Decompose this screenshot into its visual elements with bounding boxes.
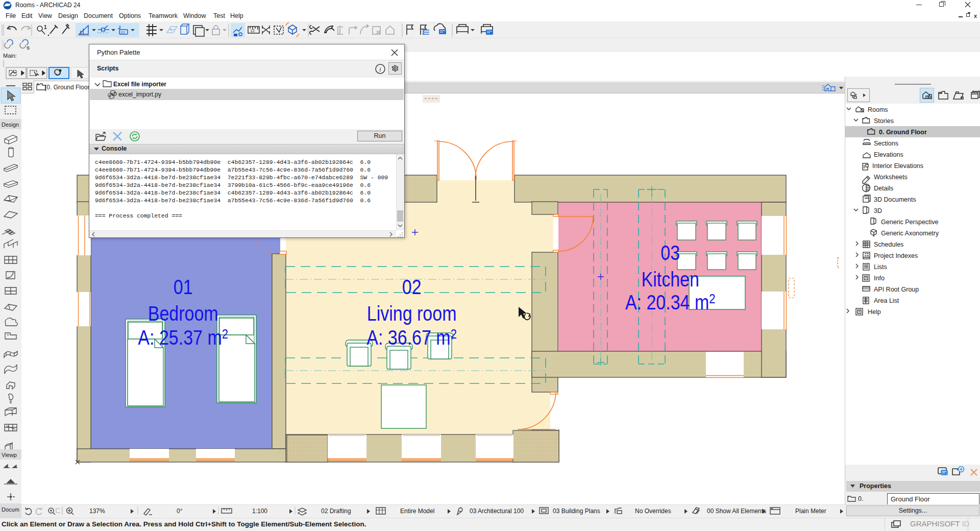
svg-text:Entire Model: Entire Model (400, 508, 434, 515)
svg-text:No Overrides: No Overrides (635, 508, 671, 515)
svg-text:1: 1 (44, 25, 47, 30)
svg-text:Info: Info (874, 275, 885, 282)
svg-text:Viewp: Viewp (2, 452, 17, 458)
svg-text:Rooms: Rooms (868, 106, 888, 113)
svg-text:Area List: Area List (874, 297, 899, 304)
svg-text:Bedroom: Bedroom (148, 302, 218, 325)
svg-text:3D Documents: 3D Documents (874, 196, 916, 203)
svg-text:02 Drafting: 02 Drafting (321, 508, 351, 515)
svg-text:A: 36.67 m2: A: 36.67 m2 (366, 326, 457, 349)
svg-text:XY: XY (120, 31, 126, 34)
svg-text:Sections: Sections (874, 140, 898, 147)
svg-text:3D: 3D (874, 207, 882, 214)
svg-text:Plain Meter: Plain Meter (795, 508, 826, 515)
svg-text:Worksheets: Worksheets (874, 174, 908, 181)
svg-text:03 Architectural 100: 03 Architectural 100 (470, 508, 524, 515)
svg-text:03 Building Plans: 03 Building Plans (553, 508, 600, 515)
svg-text:Lists: Lists (874, 263, 887, 271)
svg-text:Kitchen: Kitchen (642, 268, 699, 291)
svg-text:00 Show All Elements: 00 Show All Elements (707, 508, 766, 515)
svg-text:Elevations: Elevations (874, 151, 903, 158)
svg-text:Project Indexes: Project Indexes (874, 252, 918, 259)
svg-text:S: S (27, 45, 30, 51)
svg-text:Living room: Living room (367, 302, 457, 325)
svg-text:0. Ground Floor: 0. Ground Floor (879, 129, 927, 136)
svg-text:0°: 0° (177, 508, 183, 515)
svg-text:Design: Design (2, 122, 19, 128)
svg-text:Generic Axonometry: Generic Axonometry (881, 230, 939, 237)
svg-text:i: i (379, 65, 381, 73)
svg-text:137%: 137% (89, 508, 105, 515)
svg-text:03: 03 (660, 241, 680, 264)
svg-text:12: 12 (250, 29, 255, 33)
svg-text:Generic Perspective: Generic Perspective (881, 219, 939, 226)
svg-text:A: 25.37 m2: A: 25.37 m2 (138, 326, 228, 349)
svg-text:Interior Elevations: Interior Elevations (872, 162, 923, 170)
svg-text:1:100: 1:100 (252, 508, 267, 515)
svg-text:01: 01 (174, 275, 193, 298)
svg-text:02: 02 (402, 275, 422, 298)
svg-text:A: 20.34 m2: A: 20.34 m2 (625, 291, 716, 313)
svg-text:Stories: Stories (874, 117, 894, 125)
svg-text:API Root Group: API Root Group (874, 286, 919, 293)
svg-text:[0. Ground Floor: [0. Ground Floor (45, 84, 89, 91)
svg-text:Details: Details (874, 185, 893, 192)
svg-text:Schedules: Schedules (874, 241, 903, 248)
svg-text:Help: Help (868, 308, 881, 316)
